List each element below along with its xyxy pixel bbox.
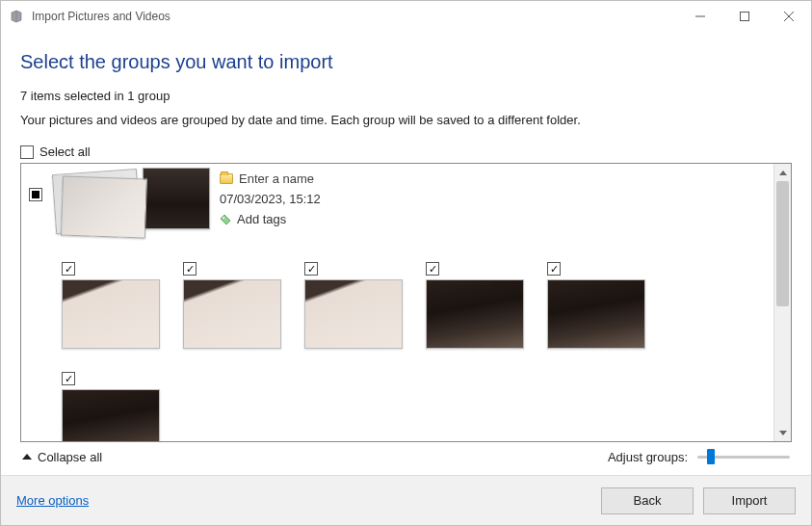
- groups-panel: Enter a name 07/03/2023, 15:12 Add tags: [20, 163, 792, 442]
- thumbnail-item[interactable]: [62, 262, 160, 349]
- group-thumbnail-stack[interactable]: [54, 171, 208, 247]
- more-options-link[interactable]: More options: [16, 493, 89, 508]
- maximize-button[interactable]: [722, 1, 767, 32]
- folder-icon: [220, 173, 233, 184]
- select-all-checkbox[interactable]: [20, 145, 34, 159]
- thumbnail-checkbox[interactable]: [62, 262, 75, 276]
- under-panel-row: Collapse all Adjust groups:: [20, 442, 792, 475]
- add-tags-row[interactable]: Add tags: [220, 212, 321, 226]
- thumbnail-image[interactable]: [547, 279, 645, 349]
- titlebar: Import Pictures and Videos: [1, 1, 811, 32]
- close-button[interactable]: [767, 1, 811, 32]
- scroll-up-icon[interactable]: [774, 164, 791, 181]
- thumbnail-checkbox[interactable]: [547, 262, 561, 276]
- thumbnail-row: [29, 262, 766, 441]
- adjust-groups-label: Adjust groups:: [608, 450, 688, 464]
- chevron-up-icon: [22, 454, 32, 460]
- select-all-label: Select all: [39, 145, 91, 159]
- thumbnail-item[interactable]: [426, 262, 524, 349]
- thumbnail-image[interactable]: [183, 279, 281, 349]
- thumbnail-item[interactable]: [62, 372, 160, 441]
- minimize-button[interactable]: [678, 1, 722, 32]
- scrollbar[interactable]: [773, 164, 791, 441]
- thumbnail-image[interactable]: [62, 389, 160, 441]
- adjust-groups-slider[interactable]: [697, 448, 790, 465]
- collapse-all-link[interactable]: Collapse all: [22, 450, 102, 464]
- add-tags-label: Add tags: [237, 212, 286, 226]
- thumbnail-checkbox[interactable]: [62, 372, 75, 385]
- adjust-groups: Adjust groups:: [608, 448, 790, 465]
- group-name-row[interactable]: Enter a name: [220, 171, 321, 186]
- group-header: Enter a name 07/03/2023, 15:12 Add tags: [29, 171, 766, 247]
- group-meta: Enter a name 07/03/2023, 15:12 Add tags: [220, 171, 321, 247]
- page-heading: Select the groups you want to import: [20, 51, 792, 73]
- thumbnail-item[interactable]: [304, 262, 403, 349]
- import-button[interactable]: Import: [703, 487, 796, 514]
- selection-status: 7 items selected in 1 group: [20, 89, 792, 103]
- thumbnail-checkbox[interactable]: [183, 262, 196, 276]
- page-description: Your pictures and videos are grouped by …: [20, 113, 792, 127]
- select-all-row: Select all: [20, 145, 792, 159]
- thumbnail-item[interactable]: [183, 262, 281, 349]
- scrollbar-track[interactable]: [774, 181, 791, 424]
- groups-panel-inner: Enter a name 07/03/2023, 15:12 Add tags: [21, 164, 773, 441]
- collapse-all-label: Collapse all: [38, 450, 102, 464]
- tag-icon: [220, 214, 231, 225]
- slider-knob[interactable]: [707, 449, 715, 464]
- scrollbar-thumb[interactable]: [776, 181, 789, 306]
- thumbnail-image[interactable]: [426, 279, 524, 349]
- group-timestamp: 07/03/2023, 15:12: [220, 192, 321, 206]
- window-title: Import Pictures and Videos: [32, 10, 170, 23]
- back-button[interactable]: Back: [601, 487, 694, 514]
- thumbnail-image[interactable]: [304, 279, 403, 349]
- scroll-down-icon[interactable]: [774, 424, 791, 441]
- thumbnail-item[interactable]: [547, 262, 645, 349]
- footer: More options Back Import: [1, 475, 811, 525]
- thumbnail-checkbox[interactable]: [304, 262, 318, 276]
- group-name-placeholder: Enter a name: [239, 171, 314, 186]
- app-icon: [9, 9, 24, 24]
- thumbnail-checkbox[interactable]: [426, 262, 439, 276]
- group-checkbox[interactable]: [29, 188, 42, 201]
- content-area: Select the groups you want to import 7 i…: [1, 32, 811, 475]
- thumbnail-image[interactable]: [62, 279, 160, 349]
- svg-rect-0: [741, 13, 749, 21]
- svg-point-1: [223, 217, 224, 219]
